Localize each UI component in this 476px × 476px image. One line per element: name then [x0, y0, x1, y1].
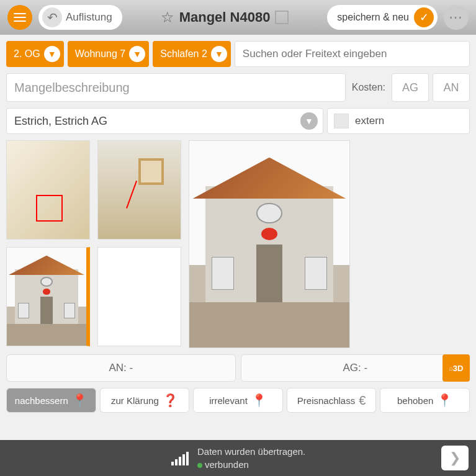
check-icon: ✓: [414, 7, 434, 27]
back-label: Auflistung: [66, 11, 112, 24]
status-irrelevant[interactable]: irrelevant📍: [193, 388, 283, 413]
checkbox-icon: [334, 114, 349, 128]
footer-next-button[interactable]: ❯: [441, 446, 469, 470]
chevron-down-icon: ▼: [300, 112, 318, 130]
page-title: Mangel N4080: [179, 9, 271, 25]
euro-pin-icon: €: [359, 393, 366, 408]
color-box[interactable]: [275, 11, 289, 24]
pin-icon: 📍: [251, 393, 267, 408]
3d-button[interactable]: ⌂3D: [442, 354, 470, 382]
status-preisnachlass[interactable]: Preisnachlass€: [287, 388, 377, 413]
photo-thumbnail-empty[interactable]: [97, 247, 181, 346]
description-input[interactable]: Mangelbeschreibung: [6, 73, 346, 102]
footer-status: Daten wurden übertragen. verbunden: [197, 445, 305, 471]
status-dot-icon: [197, 463, 202, 468]
extern-checkbox[interactable]: extern: [327, 108, 470, 134]
star-icon[interactable]: ☆: [161, 9, 174, 26]
photo-thumbnail[interactable]: [6, 140, 90, 240]
breadcrumb-floor[interactable]: 2. OG▼: [6, 41, 64, 67]
back-button[interactable]: ↶ Auflistung: [38, 5, 122, 30]
status-klaerung[interactable]: zur Klärung❓: [100, 388, 190, 413]
save-button[interactable]: speichern & neu ✓: [327, 5, 438, 30]
menu-button[interactable]: [7, 5, 32, 30]
back-icon: ↶: [42, 7, 62, 27]
ag-button[interactable]: AG: -: [241, 354, 470, 382]
question-pin-icon: ❓: [163, 393, 178, 408]
breadcrumb-unit[interactable]: Wohnung 7▼: [68, 41, 150, 67]
breadcrumb-room[interactable]: Schlafen 2▼: [153, 41, 231, 67]
photo-thumbnail-selected[interactable]: [6, 247, 90, 346]
chevron-down-icon: ▼: [129, 46, 145, 62]
status-behoben[interactable]: behoben📍: [380, 388, 470, 413]
save-label: speichern & neu: [337, 12, 409, 23]
photo-preview[interactable]: [189, 140, 350, 348]
pin-icon: 📍: [72, 393, 88, 408]
photo-thumbnail[interactable]: [97, 140, 181, 240]
costs-label: Kosten:: [349, 73, 388, 102]
pin-icon: 📍: [437, 393, 452, 408]
status-nachbessern[interactable]: nachbessern📍: [6, 388, 96, 413]
cost-an-input[interactable]: AN: [433, 73, 470, 102]
title-area: ☆ Mangel N4080: [128, 9, 321, 26]
chevron-down-icon: ▼: [44, 46, 60, 62]
chevron-down-icon: ▼: [211, 46, 227, 62]
contractor-dropdown[interactable]: Estrich, Estrich AG ▼: [6, 108, 323, 134]
signal-icon: [171, 451, 189, 465]
an-button[interactable]: AN: -: [6, 354, 236, 382]
more-button[interactable]: ⋯: [444, 5, 469, 30]
cost-ag-input[interactable]: AG: [392, 73, 429, 102]
search-input[interactable]: [235, 41, 470, 67]
